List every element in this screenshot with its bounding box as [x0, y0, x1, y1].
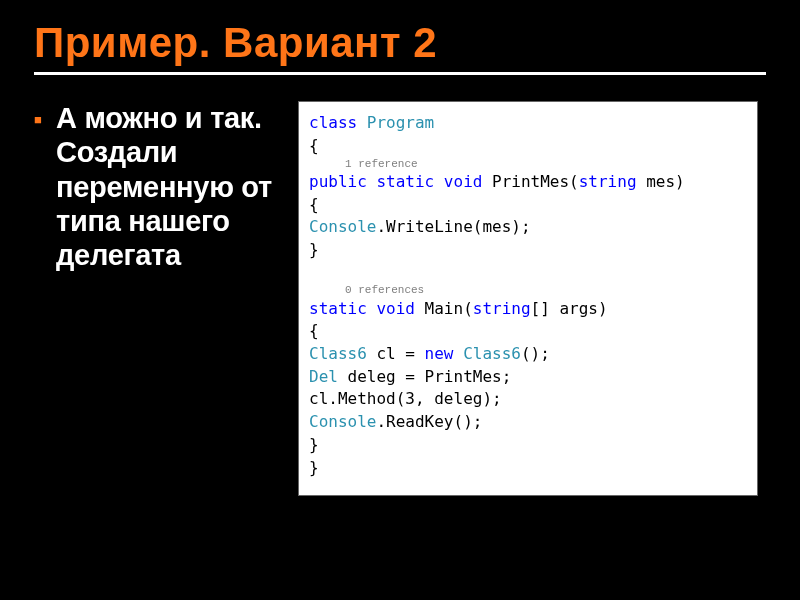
- bullet-item: А можно и так. Создали переменную от тип…: [56, 101, 274, 272]
- code-line: cl.Method(3, deleg);: [309, 388, 747, 411]
- title-underline: [34, 72, 766, 75]
- code-line: {: [309, 135, 747, 158]
- code-line: Class6 cl = new Class6();: [309, 343, 747, 366]
- code-line: Console.ReadKey();: [309, 411, 747, 434]
- code-line: {: [309, 320, 747, 343]
- slide-title: Пример. Вариант 2: [34, 20, 766, 66]
- code-line: class Program: [309, 112, 747, 135]
- code-example-box: class Program { 1 reference public stati…: [298, 101, 758, 496]
- bullet-list: А можно и так. Создали переменную от тип…: [34, 101, 274, 272]
- code-line: {: [309, 194, 747, 217]
- code-line: static void Main(string[] args): [309, 298, 747, 321]
- code-line: public static void PrintMes(string mes): [309, 171, 747, 194]
- code-line: }: [309, 457, 747, 480]
- code-line: Del deleg = PrintMes;: [309, 366, 747, 389]
- code-line: }: [309, 239, 747, 262]
- codelens-reference: 1 reference: [345, 158, 747, 171]
- slide: Пример. Вариант 2 А можно и так. Создали…: [0, 0, 800, 600]
- code-line: }: [309, 434, 747, 457]
- slide-body: А можно и так. Создали переменную от тип…: [34, 101, 766, 496]
- codelens-reference: 0 references: [345, 284, 747, 297]
- slide-text-column: А можно и так. Создали переменную от тип…: [34, 101, 274, 496]
- blank-line: [309, 262, 747, 285]
- code-line: Console.WriteLine(mes);: [309, 216, 747, 239]
